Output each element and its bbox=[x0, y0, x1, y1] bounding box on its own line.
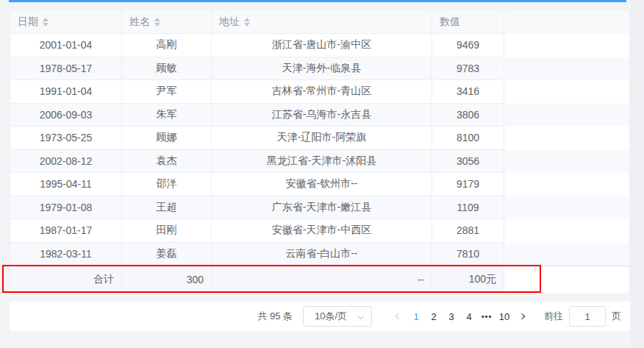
page-size-select[interactable]: 10条/页 bbox=[303, 306, 372, 327]
cell-value: 3806 bbox=[432, 104, 504, 127]
cell-value: 3056 bbox=[432, 150, 504, 174]
cell-date: 1991-01-04 bbox=[10, 80, 122, 104]
total-count-label: 共 95 条 bbox=[257, 310, 293, 323]
cell-address: 天津-海外-临泉县 bbox=[212, 57, 432, 81]
cell-date: 1973-05-25 bbox=[10, 127, 122, 150]
column-header-label: 地址 bbox=[219, 15, 240, 29]
cell-value: 1109 bbox=[432, 196, 504, 220]
cell-address: 吉林省-常州市-青山区 bbox=[212, 80, 432, 104]
table-row: 1979-01-08王超广东省-天津市-嫩江县1109 bbox=[10, 196, 629, 220]
page-unit-label: 页 bbox=[612, 310, 621, 323]
cell-date: 2006-09-03 bbox=[10, 104, 122, 127]
column-header-label: 日期 bbox=[18, 15, 38, 29]
table-row: 1978-05-17顾敏天津-海外-临泉县9783 bbox=[10, 57, 629, 81]
cell-address: 云南省-白山市-- bbox=[212, 243, 432, 266]
cell-date: 1979-01-08 bbox=[10, 196, 122, 220]
data-table: 日期 姓名 地址 数值 2001-01-04高刚浙江省-唐山市-渝中区94691… bbox=[10, 10, 630, 293]
goto-page-input[interactable] bbox=[569, 306, 606, 327]
table-row: 1995-04-11邵洋安徽省-钦州市--9179 bbox=[10, 173, 629, 196]
page-size-value: 10条/页 bbox=[315, 310, 347, 323]
page-button-3[interactable]: 3 bbox=[443, 306, 459, 327]
chevron-right-icon bbox=[519, 313, 525, 319]
cell-value: 7810 bbox=[432, 243, 504, 266]
cell-name: 顾敏 bbox=[122, 57, 212, 81]
cell-value: 9783 bbox=[432, 57, 504, 81]
table-row: 2006-09-03朱军江苏省-乌海市-永吉县3806 bbox=[10, 104, 629, 127]
cell-value: 2881 bbox=[432, 219, 504, 243]
cell-value: 8100 bbox=[432, 127, 504, 150]
cell-address: 广东省-天津市-嫩江县 bbox=[212, 196, 432, 220]
column-header-name[interactable]: 姓名 bbox=[122, 10, 212, 34]
page-number-list: 1234•••10 bbox=[407, 306, 513, 327]
sort-caret-icon[interactable] bbox=[43, 15, 49, 29]
column-header-date[interactable]: 日期 bbox=[10, 10, 122, 34]
chevron-down-icon bbox=[358, 313, 364, 319]
top-accent-bar bbox=[9, 0, 626, 2]
cell-name: 顾娜 bbox=[122, 127, 212, 150]
cell-value: 9179 bbox=[432, 173, 504, 196]
goto-label: 前往 bbox=[544, 310, 563, 323]
column-header-address[interactable]: 地址 bbox=[212, 10, 432, 34]
cell-value: 9469 bbox=[432, 34, 504, 57]
cell-name: 朱军 bbox=[122, 104, 212, 127]
table-body: 2001-01-04高刚浙江省-唐山市-渝中区94691978-05-17顾敏天… bbox=[10, 34, 629, 266]
page-button-2[interactable]: 2 bbox=[426, 306, 442, 327]
cell-address: 安徽省-钦州市-- bbox=[212, 173, 432, 196]
cell-date: 2001-01-04 bbox=[10, 34, 122, 57]
cell-value: 3416 bbox=[432, 80, 504, 104]
sort-caret-icon[interactable] bbox=[244, 15, 250, 29]
summary-cell-address: -- bbox=[212, 266, 432, 293]
table-row: 2001-01-04高刚浙江省-唐山市-渝中区9469 bbox=[10, 34, 629, 57]
cell-date: 1995-04-11 bbox=[10, 173, 122, 196]
sort-caret-icon[interactable] bbox=[154, 15, 160, 29]
cell-address: 黑龙江省-天津市-沭阳县 bbox=[212, 150, 432, 174]
page-button-10[interactable]: 10 bbox=[496, 306, 512, 327]
table-row: 1973-05-25顾娜天津-辽阳市-阿荣旗8100 bbox=[10, 127, 629, 150]
pagination: 共 95 条 10条/页 1234•••10 前往 页 bbox=[10, 302, 630, 331]
pager: 1234•••10 bbox=[390, 306, 531, 327]
cell-address: 江苏省-乌海市-永吉县 bbox=[212, 104, 432, 127]
table-row: 1991-01-04尹军吉林省-常州市-青山区3416 bbox=[10, 80, 629, 104]
summary-cell-value: 100元 bbox=[432, 266, 504, 293]
cell-address: 天津-辽阳市-阿荣旗 bbox=[212, 127, 432, 150]
more-pages-button[interactable]: ••• bbox=[479, 306, 495, 327]
cell-date: 1978-05-17 bbox=[10, 57, 122, 81]
goto-page-group: 前往 页 bbox=[544, 306, 621, 327]
cell-address: 安徽省-天津市-中西区 bbox=[212, 219, 432, 243]
summary-cell-date: 合计 bbox=[10, 266, 122, 293]
page-button-4[interactable]: 4 bbox=[461, 306, 477, 327]
table-row: 1987-01-17田刚安徽省-天津市-中西区2881 bbox=[10, 219, 629, 243]
prev-page-button[interactable] bbox=[390, 306, 407, 327]
table-row: 1982-03-11姜磊云南省-白山市--7810 bbox=[10, 243, 629, 266]
cell-name: 尹军 bbox=[122, 80, 212, 104]
cell-name: 袁杰 bbox=[122, 150, 212, 174]
cell-name: 高刚 bbox=[122, 34, 212, 57]
page-button-1[interactable]: 1 bbox=[408, 306, 424, 327]
cell-name: 邵洋 bbox=[122, 173, 212, 196]
column-header-value: 数值 bbox=[432, 10, 504, 34]
summary-row: 合计 300 -- 100元 bbox=[10, 266, 629, 293]
column-header-label: 姓名 bbox=[129, 15, 150, 29]
next-page-button[interactable] bbox=[514, 306, 530, 327]
summary-cell-name: 300 bbox=[122, 266, 212, 293]
chevron-left-icon bbox=[396, 313, 401, 319]
cell-name: 田刚 bbox=[122, 219, 212, 243]
column-header-label: 数值 bbox=[440, 15, 460, 29]
scrollbar-track bbox=[630, 0, 644, 348]
table-header: 日期 姓名 地址 数值 bbox=[10, 10, 629, 34]
cell-date: 1987-01-17 bbox=[10, 219, 122, 243]
cell-name: 王超 bbox=[122, 196, 212, 220]
cell-date: 1982-03-11 bbox=[10, 243, 122, 266]
table-row: 2002-08-12袁杰黑龙江省-天津市-沭阳县3056 bbox=[10, 150, 629, 174]
cell-address: 浙江省-唐山市-渝中区 bbox=[212, 34, 432, 57]
cell-name: 姜磊 bbox=[122, 243, 212, 266]
cell-date: 2002-08-12 bbox=[10, 150, 122, 174]
